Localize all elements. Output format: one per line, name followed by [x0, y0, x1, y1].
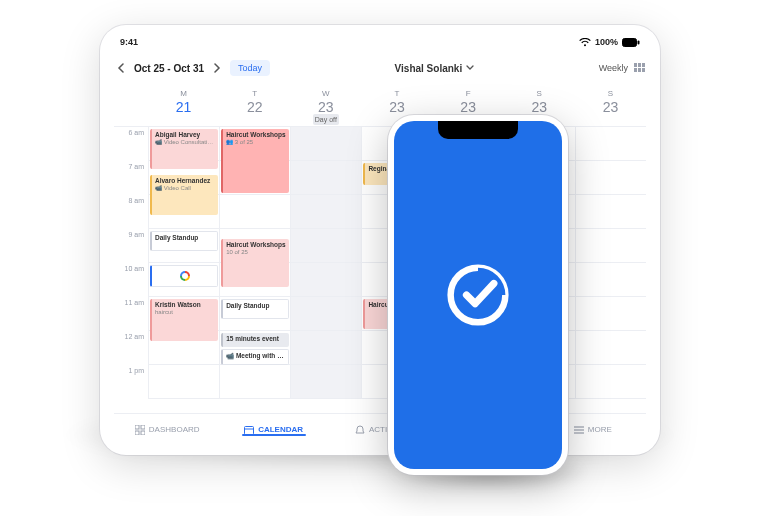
grid-cell[interactable]: Abigail Harvey 📹 Video Consultations [148, 127, 219, 161]
battery-pct: 100% [595, 37, 618, 47]
svg-rect-4 [642, 63, 645, 67]
grid-cell[interactable] [575, 161, 646, 195]
time-label: 9 am [114, 229, 148, 263]
grid-cell[interactable] [290, 127, 361, 161]
grid-cell[interactable] [290, 365, 361, 399]
grid-cell[interactable] [290, 229, 361, 263]
svg-rect-1 [638, 40, 640, 44]
time-label: 1 pm [114, 365, 148, 399]
time-label: 7 am [114, 161, 148, 195]
grid-cell[interactable]: Daily Standup [219, 297, 290, 331]
svg-rect-7 [642, 68, 645, 72]
grid-cell[interactable]: Haircut Workshops 10 of 25 [219, 229, 290, 263]
phone-device [388, 115, 568, 475]
grid-cell[interactable] [290, 263, 361, 297]
tab-label: DASHBOARD [149, 425, 200, 434]
calendar-icon [244, 425, 254, 435]
svg-rect-0 [623, 38, 637, 46]
time-label: 6 am [114, 127, 148, 161]
day-header[interactable]: S23 [575, 87, 646, 126]
dashboard-icon [135, 425, 145, 435]
day-header[interactable]: M21 [148, 87, 219, 126]
event-card[interactable]: 15 minutes event [221, 333, 289, 347]
tab-dashboard[interactable]: DASHBOARD [114, 425, 220, 435]
grid-cell[interactable] [148, 331, 219, 365]
grid-cell[interactable]: Kristin Watson haircut [148, 297, 219, 331]
tablet-device: 9:41 100% Oct 25 - Oct 31 To [100, 25, 660, 455]
app-logo-icon [442, 259, 514, 331]
grid-cell[interactable]: Daily Standup [148, 229, 219, 263]
tab-calendar[interactable]: CALENDAR [220, 425, 326, 435]
phone-screen [394, 121, 562, 469]
menu-icon [574, 426, 584, 434]
today-button[interactable]: Today [230, 60, 270, 76]
status-time: 9:41 [120, 37, 138, 47]
user-name: Vishal Solanki [395, 63, 463, 74]
grid-cell[interactable] [219, 365, 290, 399]
time-label: 12 am [114, 331, 148, 365]
day-header[interactable]: T22 [219, 87, 290, 126]
svg-rect-11 [141, 431, 145, 435]
calendar-header: Oct 25 - Oct 31 Today Vishal Solanki Wee… [114, 51, 646, 85]
svg-rect-2 [634, 63, 637, 67]
grid-cell[interactable] [575, 263, 646, 297]
battery-icon [622, 38, 640, 47]
date-range: Oct 25 - Oct 31 [134, 63, 204, 74]
view-label: Weekly [599, 63, 628, 73]
event-card[interactable] [150, 265, 218, 287]
svg-rect-5 [634, 68, 637, 72]
prev-week-button[interactable] [114, 61, 128, 75]
event-card[interactable]: 📹 Meeting with Jo… [221, 349, 289, 365]
grid-cell[interactable] [575, 331, 646, 365]
grid-cell[interactable] [148, 365, 219, 399]
grid-cell[interactable]: Haircut Workshops 👥 3 of 25 [219, 127, 290, 161]
grid-view-icon [634, 63, 646, 73]
chevron-down-icon [466, 65, 474, 71]
grid-cell[interactable] [575, 195, 646, 229]
event-card[interactable]: Daily Standup [150, 231, 218, 251]
grid-cell[interactable]: Alvaro Hernandez 📹 Video Call [148, 161, 219, 195]
day-header[interactable]: W23Day off [290, 87, 361, 126]
status-bar: 9:41 100% [114, 33, 646, 51]
grid-cell[interactable] [290, 297, 361, 331]
grid-cell[interactable] [219, 195, 290, 229]
grid-cell[interactable] [290, 195, 361, 229]
google-icon [180, 271, 190, 281]
grid-cell[interactable] [290, 161, 361, 195]
grid-cell[interactable] [575, 297, 646, 331]
grid-cell[interactable] [575, 365, 646, 399]
bell-icon [355, 425, 365, 435]
phone-notch [438, 121, 518, 139]
view-selector[interactable]: Weekly [599, 63, 646, 73]
grid-cell[interactable] [575, 127, 646, 161]
user-selector[interactable]: Vishal Solanki [395, 63, 475, 74]
grid-cell[interactable] [290, 331, 361, 365]
grid-cell[interactable]: 15 minutes event 📹 Meeting with Jo… [219, 331, 290, 365]
svg-rect-8 [135, 425, 139, 429]
wifi-icon [579, 38, 591, 47]
svg-rect-12 [245, 426, 254, 434]
grid-cell[interactable] [575, 229, 646, 263]
day-off-badge: Day off [313, 114, 339, 125]
time-label: 10 am [114, 263, 148, 297]
grid-cell[interactable] [148, 263, 219, 297]
event-card[interactable]: Daily Standup [221, 299, 289, 319]
svg-rect-3 [638, 63, 641, 67]
grid-cell[interactable] [148, 195, 219, 229]
grid-cell[interactable] [219, 161, 290, 195]
time-label: 8 am [114, 195, 148, 229]
svg-rect-6 [638, 68, 641, 72]
tab-label: MORE [588, 425, 612, 434]
next-week-button[interactable] [210, 61, 224, 75]
time-label: 11 am [114, 297, 148, 331]
tab-label: CALENDAR [258, 425, 303, 434]
svg-rect-9 [141, 425, 145, 429]
day-headers: M21 T22 W23Day off T23 F23 S23 S23 [114, 87, 646, 126]
svg-rect-10 [135, 431, 139, 435]
grid-cell[interactable] [219, 263, 290, 297]
